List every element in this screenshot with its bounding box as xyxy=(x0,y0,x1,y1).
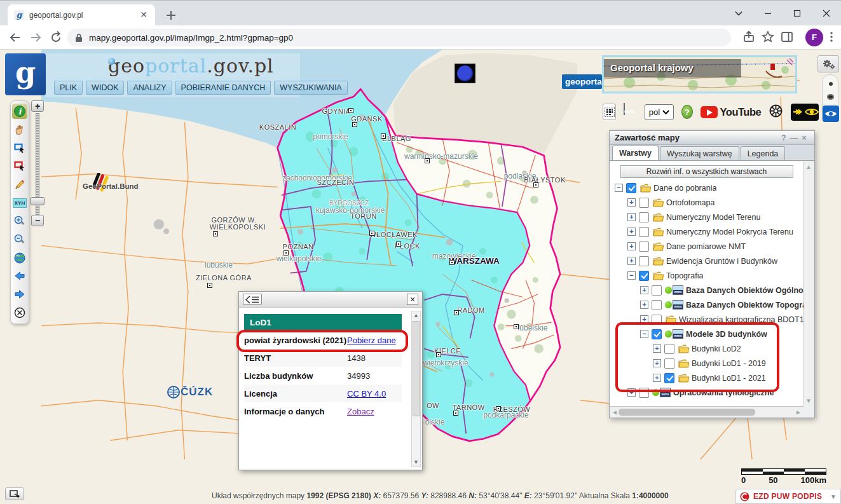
browser-menu-kebab-icon[interactable] xyxy=(824,30,840,45)
menu-item-0[interactable]: PLIK xyxy=(54,81,83,95)
geoportal-logo[interactable]: g xyxy=(5,53,46,95)
layer-checkbox[interactable] xyxy=(639,256,649,266)
expand-icon[interactable]: + xyxy=(627,228,636,236)
ezd-puw-panel[interactable]: EZD PUW PODPIS ▼ xyxy=(735,489,841,504)
attribute-link[interactable]: Zobacz xyxy=(347,407,374,416)
pan-tool-button[interactable] xyxy=(12,122,27,137)
panel-minimize-button[interactable]: — xyxy=(789,133,799,142)
scroll-down-icon[interactable]: ▼ xyxy=(805,397,812,404)
panel-horizontal-scrollbar[interactable]: ◄ ► xyxy=(610,406,803,418)
collapse-icon[interactable]: − xyxy=(627,271,636,280)
high-contrast-toggle[interactable] xyxy=(791,104,819,121)
scroll-thumb[interactable] xyxy=(413,321,420,416)
expand-icon[interactable]: + xyxy=(640,286,648,294)
menu-item-3[interactable]: POBIERANIE DANYCH xyxy=(175,81,271,95)
panel-vertical-scrollbar[interactable]: ▲ ▼ xyxy=(803,161,814,406)
layer-label[interactable]: Baza Danych Obiektów Ogólnogeogr xyxy=(686,286,803,295)
layer-row[interactable]: −Dane do pobrania xyxy=(610,180,803,195)
settings-gear-button[interactable] xyxy=(817,55,839,72)
layer-row[interactable]: +wmsBaza Danych Obiektów Topograficzn xyxy=(610,297,803,312)
language-select[interactable]: pol xyxy=(645,104,674,120)
scroll-left-icon[interactable]: ◄ xyxy=(612,409,618,416)
panel-tab-2[interactable]: Legenda xyxy=(741,146,786,160)
bookmark-star-icon[interactable] xyxy=(761,30,776,45)
layer-row[interactable]: +Ortofotomapa xyxy=(610,195,803,210)
clear-selection-tool-button[interactable] xyxy=(12,158,27,174)
layer-row[interactable]: +wmsBaza Danych Obiektów Ogólnogeogr xyxy=(610,283,803,297)
expand-icon[interactable]: + xyxy=(627,213,636,221)
window-maximize-button[interactable] xyxy=(783,1,812,26)
expand-icon[interactable]: + xyxy=(627,198,636,207)
accessibility-wheel-button[interactable] xyxy=(769,104,783,121)
window-minimize-button[interactable] xyxy=(753,1,783,26)
zoom-out-tool-button[interactable] xyxy=(12,232,27,247)
wms-services-button[interactable]: wms xyxy=(624,104,637,120)
zoom-box-tool-button[interactable] xyxy=(12,140,27,156)
layer-label[interactable]: Ewidencja Gruntów i Budynków xyxy=(666,257,777,266)
previous-extent-button[interactable] xyxy=(12,268,27,283)
map-resize-button[interactable] xyxy=(5,487,24,500)
xyh-coordinates-tool-button[interactable]: XYH xyxy=(12,195,27,210)
scroll-up-icon[interactable]: ▲ xyxy=(805,163,812,170)
new-tab-button[interactable] xyxy=(164,8,178,22)
grid-view-button[interactable] xyxy=(603,104,616,120)
layer-label[interactable]: Dane do pobrania xyxy=(653,184,716,193)
forward-button[interactable] xyxy=(28,30,43,45)
full-extent-tool-button[interactable] xyxy=(12,250,27,266)
layer-row[interactable]: +Dane pomiarowe NMT xyxy=(610,239,803,254)
reload-button[interactable] xyxy=(48,30,64,45)
eye-toggle-button[interactable] xyxy=(823,106,839,122)
zoom-slider-plus-button[interactable]: + xyxy=(31,100,44,112)
help-button[interactable]: ? xyxy=(681,105,693,119)
layer-label[interactable]: Dane pomiarowe NMT xyxy=(666,242,746,251)
tab-close-icon[interactable]: ✕ xyxy=(139,10,149,20)
layer-label[interactable]: Numeryczny Model Terenu xyxy=(666,213,760,222)
small-dot-icon[interactable] xyxy=(829,82,833,86)
layer-checkbox[interactable] xyxy=(639,227,649,237)
panel-tab-0[interactable]: Warstwy xyxy=(612,146,659,160)
scroll-up-icon[interactable]: ▲ xyxy=(412,311,420,320)
expand-icon[interactable]: + xyxy=(627,242,636,250)
layer-checkbox[interactable] xyxy=(652,285,662,296)
close-tools-button[interactable] xyxy=(12,305,27,320)
side-panel-icon[interactable] xyxy=(780,30,795,45)
medium-eye-icon[interactable] xyxy=(827,94,834,100)
zoom-slider-minus-button[interactable]: − xyxy=(31,215,44,226)
layer-checkbox[interactable] xyxy=(639,198,649,208)
expand-all-layers-button[interactable]: Rozwiń inf. o wszystkich warstwach xyxy=(620,165,793,178)
scroll-thumb[interactable] xyxy=(619,409,755,416)
expand-icon[interactable]: + xyxy=(627,257,636,265)
popup-scrollbar[interactable]: ▲ ▼ xyxy=(411,311,421,467)
browser-tab[interactable]: g geoportal.gov.pl ✕ xyxy=(8,4,155,26)
overview-map[interactable]: Geoportal krajowy xyxy=(602,55,797,93)
menu-item-2[interactable]: ANALIZY xyxy=(127,81,172,95)
layer-label[interactable]: Ortofotomapa xyxy=(666,198,715,207)
panel-close-button[interactable]: × xyxy=(799,133,809,142)
identify-tool-button[interactable]: i xyxy=(12,104,27,119)
address-bar[interactable]: mapy.geoportal.gov.pl/imap/Imgp_2.html?g… xyxy=(67,29,731,46)
layer-label[interactable]: Numeryczny Model Pokrycia Terenu xyxy=(666,228,793,236)
layer-checkbox[interactable] xyxy=(639,212,649,222)
ezd-collapse-icon[interactable]: ▼ xyxy=(830,493,837,500)
back-button[interactable] xyxy=(8,30,23,45)
layer-checkbox[interactable] xyxy=(626,183,636,193)
scroll-right-icon[interactable]: ► xyxy=(795,409,802,416)
youtube-link[interactable]: YouTube xyxy=(701,106,762,118)
attribute-link[interactable]: CC BY 4.0 xyxy=(347,389,386,398)
panel-help-button[interactable]: ? xyxy=(779,133,789,142)
layer-checkbox[interactable] xyxy=(639,271,649,281)
layer-row[interactable]: +Numeryczny Model Terenu xyxy=(610,210,803,224)
collapse-icon[interactable]: − xyxy=(615,184,623,192)
menu-item-1[interactable]: WIDOK xyxy=(86,81,124,95)
menu-item-4[interactable]: WYSZUKIWANIA xyxy=(274,81,347,95)
scroll-down-icon[interactable]: ▼ xyxy=(412,458,420,467)
share-icon[interactable] xyxy=(742,30,757,45)
next-extent-button[interactable] xyxy=(12,287,27,302)
profile-avatar[interactable]: F xyxy=(805,29,823,46)
back-to-results-button[interactable] xyxy=(243,294,262,305)
zoom-in-tool-button[interactable] xyxy=(12,214,27,229)
popup-close-button[interactable]: ✕ xyxy=(407,294,418,305)
layer-label[interactable]: Topografia xyxy=(666,271,703,280)
layer-checkbox[interactable] xyxy=(652,300,662,310)
expand-icon[interactable]: + xyxy=(640,301,648,309)
